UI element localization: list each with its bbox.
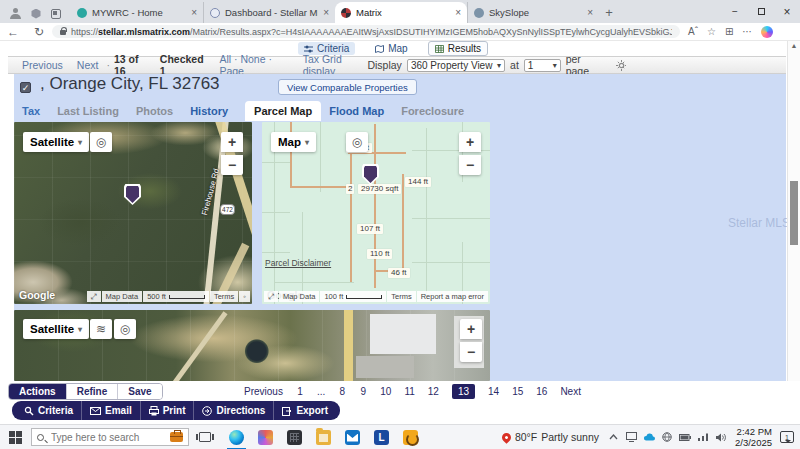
directions-button[interactable]: Directions — [193, 401, 273, 420]
vertical-scrollbar[interactable]: ▲ — [787, 41, 800, 424]
search-highlights-icon[interactable] — [170, 432, 183, 442]
listing-checkbox[interactable]: ✓ — [20, 82, 31, 93]
display-view-select[interactable]: 360 Property View — [407, 59, 505, 72]
edge-icon[interactable] — [229, 430, 244, 445]
actions-tab[interactable]: Actions — [9, 384, 66, 399]
page-number[interactable]: 8 — [338, 386, 346, 397]
monitor-icon[interactable] — [625, 431, 637, 443]
page-number[interactable]: 11 — [404, 386, 414, 397]
zoom-out-button[interactable]: − — [459, 155, 481, 175]
tray-expand-icon[interactable] — [607, 431, 619, 443]
map-marker-icon[interactable] — [124, 184, 141, 205]
tab-flood-map[interactable]: Flood Map — [329, 105, 384, 117]
refresh-icon[interactable]: ↻ — [26, 25, 52, 39]
tab-photos[interactable]: Photos — [136, 105, 173, 117]
tab-parcel-map[interactable]: Parcel Map — [245, 101, 321, 121]
tab-close-icon[interactable]: × — [455, 7, 461, 18]
previous-link[interactable]: Previous — [22, 59, 63, 71]
restore-icon[interactable] — [748, 6, 774, 17]
page-number[interactable]: 1 — [296, 386, 304, 397]
report-map-error-link[interactable]: Report a map error — [417, 291, 488, 302]
scroll-up-icon[interactable]: ▲ — [788, 42, 800, 49]
page-number[interactable]: 14 — [488, 386, 499, 397]
search-input[interactable] — [49, 431, 149, 444]
minimize-icon[interactable]: − — [722, 6, 748, 17]
zoom-in-button[interactable]: + — [221, 132, 243, 152]
satellite-map-bottom[interactable]: Satellite ≋ ◎ + − — [14, 310, 490, 381]
network-icon[interactable] — [661, 431, 673, 443]
export-button[interactable]: Export — [273, 401, 336, 420]
notification-center-icon[interactable]: 1 — [780, 431, 794, 443]
tab-last-listing[interactable]: Last Listing — [57, 105, 119, 117]
lock-icon[interactable] — [60, 30, 66, 35]
fullscreen-icon[interactable]: ⤢ — [264, 291, 278, 302]
zoom-in-button[interactable]: + — [460, 319, 482, 339]
more-options-icon[interactable]: ⋯ — [742, 26, 752, 37]
terms-link[interactable]: Terms — [387, 291, 415, 302]
browser-tab-mywrc[interactable]: MYWRC - Home × — [71, 2, 203, 23]
email-button[interactable]: Email — [81, 401, 140, 420]
tab-close-icon[interactable]: × — [323, 7, 329, 18]
page-number[interactable]: 16 — [536, 386, 547, 397]
tab-history[interactable]: History — [190, 105, 228, 117]
browser-tab-matrix[interactable]: Matrix × — [335, 2, 467, 23]
criteria-button[interactable]: Criteria — [16, 401, 81, 420]
scrollbar-thumb[interactable] — [790, 181, 798, 245]
settings-gear-icon[interactable] — [616, 60, 626, 71]
favorites-star-icon[interactable]: ☆ — [707, 26, 716, 37]
workspaces-icon[interactable] — [31, 9, 41, 19]
terms-link[interactable]: Terms — [210, 291, 238, 302]
page-number[interactable]: 10 — [380, 386, 391, 397]
map-marker-icon[interactable] — [362, 164, 379, 185]
info-icon[interactable]: ◦ — [239, 291, 250, 302]
taskbar-search[interactable] — [31, 428, 189, 446]
fullscreen-icon[interactable]: ⤢ — [87, 291, 101, 302]
tab-actions-icon[interactable] — [51, 9, 61, 19]
parcel-disclaimer-link[interactable]: Parcel Disclaimer — [265, 258, 331, 268]
mail-icon[interactable] — [345, 430, 360, 445]
office-icon[interactable] — [258, 430, 273, 445]
close-icon[interactable]: × — [774, 5, 800, 19]
page-number[interactable]: 15 — [512, 386, 523, 397]
page-number[interactable]: 12 — [428, 386, 439, 397]
browser-tab-dashboard[interactable]: Dashboard - Stellar MLS × — [203, 2, 335, 23]
satellite-map-top[interactable]: Firehouse Rd 472 Satellite ◎ + − Google … — [14, 122, 252, 304]
next-link[interactable]: Next — [77, 59, 99, 71]
map-view-dropdown[interactable]: Map — [271, 132, 316, 152]
pagination-previous[interactable]: Previous — [244, 386, 283, 397]
file-explorer-icon[interactable] — [316, 430, 331, 445]
url-field[interactable]: https://stellar.mlsmatrix.com/Matrix/Res… — [52, 25, 680, 38]
lists-app-icon[interactable]: L — [374, 430, 389, 445]
save-tab[interactable]: Save — [117, 384, 161, 399]
parcel-map[interactable]: Map ◎ + − 108 ft 2 29730 sqft 144 ft 107… — [262, 122, 490, 304]
task-view-icon[interactable] — [199, 432, 211, 442]
calculator-icon[interactable] — [287, 430, 302, 445]
onedrive-icon[interactable] — [643, 431, 655, 443]
start-button[interactable] — [9, 431, 22, 444]
layers-icon[interactable]: ≋ — [90, 319, 112, 339]
tab-close-icon[interactable]: × — [587, 7, 593, 18]
weather-widget[interactable]: 80°F Partly sunny — [502, 431, 599, 443]
per-page-select[interactable]: 1 — [524, 59, 561, 72]
read-aloud-icon[interactable]: Aˆ — [688, 26, 698, 37]
profile-icon[interactable] — [10, 8, 21, 19]
zoom-out-button[interactable]: − — [221, 155, 243, 175]
page-number-current[interactable]: 13 — [452, 384, 475, 399]
orange-app-icon[interactable] — [403, 430, 418, 445]
browser-tab-skyslope[interactable]: SkySlope × — [467, 2, 599, 23]
copilot-icon[interactable] — [761, 26, 773, 38]
battery-icon[interactable] — [679, 431, 691, 443]
my-location-icon[interactable]: ◎ — [346, 132, 368, 152]
clock[interactable]: 2:42 PM 2/3/2025 — [735, 426, 772, 448]
zoom-out-button[interactable]: − — [460, 342, 482, 362]
zoom-in-button[interactable]: + — [459, 132, 481, 152]
new-tab-icon[interactable]: + — [599, 5, 619, 23]
collections-icon[interactable]: ⊞ — [725, 26, 733, 37]
tab-tax[interactable]: Tax — [22, 105, 40, 117]
satellite-view-dropdown[interactable]: Satellite — [23, 319, 89, 339]
print-button[interactable]: Print — [140, 401, 194, 420]
volume-icon[interactable] — [715, 431, 727, 443]
pagination-next[interactable]: Next — [560, 386, 581, 397]
satellite-view-dropdown[interactable]: Satellite — [23, 132, 89, 152]
page-number[interactable]: 9 — [359, 386, 367, 397]
